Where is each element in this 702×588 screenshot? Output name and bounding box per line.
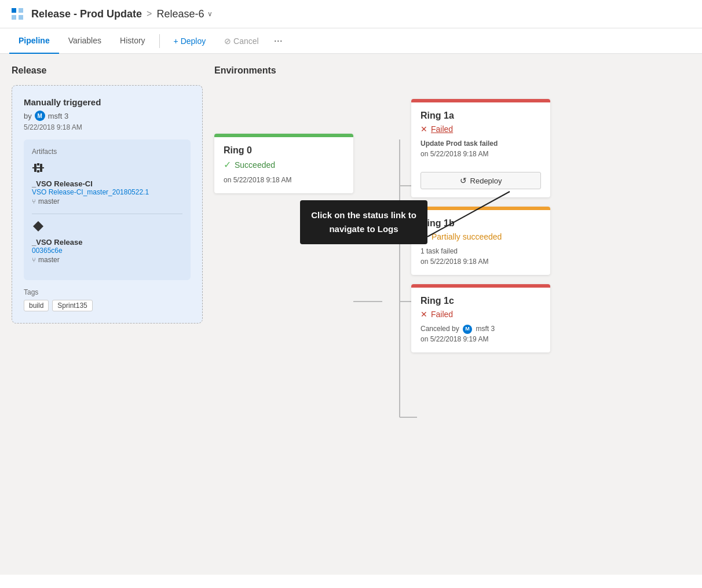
- redeploy-icon: ↺: [460, 176, 467, 185]
- svg-rect-3: [19, 15, 23, 20]
- redeploy-button[interactable]: ↺ Redeploy: [421, 172, 541, 189]
- environments-panel-title: Environments: [214, 65, 690, 76]
- release-card: Manually triggered by M msft 3 5/22/2018…: [12, 85, 203, 324]
- ring0-success-icon: ✓: [224, 159, 231, 170]
- svg-rect-6: [40, 164, 42, 167]
- release-panel-title: Release: [12, 65, 203, 76]
- env-ring1c: Ring 1c ✕ Failed Canceled by M msft 3 on…: [411, 284, 550, 352]
- artifact-item-vso-release: _VSO Release 00365c6e ⑂ master: [32, 220, 182, 264]
- artifacts-section: Artifacts _VSO Rel: [24, 139, 191, 280]
- ring1a-body: Ring 1a ✕ Failed Update Prod task failed…: [411, 102, 550, 167]
- env-ring1a: Ring 1a ✕ Failed Update Prod task failed…: [411, 99, 550, 197]
- ring1a-detail: Update Prod task failed on 5/22/2018 9:1…: [421, 138, 541, 159]
- ring1c-user-avatar: M: [463, 325, 472, 334]
- ring0-detail: on 5/22/2018 9:18 AM: [224, 175, 344, 185]
- connector-line: [353, 301, 382, 302]
- svg-rect-8: [40, 168, 42, 172]
- env-flow: Ring 0 ✓ Succeeded on 5/22/2018 9:18 AM: [214, 99, 690, 469]
- svg-marker-11: [33, 221, 43, 231]
- tags-section: Tags build Sprint135: [24, 288, 191, 311]
- user-avatar: M: [35, 111, 45, 121]
- connector-h1: [353, 134, 417, 469]
- artifact-release-version[interactable]: 00365c6e: [32, 247, 182, 255]
- svg-rect-1: [19, 8, 23, 13]
- ring1a-status-link[interactable]: Failed: [431, 124, 453, 134]
- ring1c-fail-icon: ✕: [421, 310, 427, 319]
- artifact-ci-icon: [32, 161, 182, 177]
- main-content: Release Manually triggered by M msft 3 5…: [0, 54, 702, 575]
- artifact-divider: [32, 214, 182, 214]
- release-timestamp: 5/22/2018 9:18 AM: [24, 123, 191, 131]
- ring1a-status: ✕ Failed: [421, 124, 541, 134]
- ring1c-detail: Canceled by M msft 3 on 5/22/2018 9:19 A…: [421, 324, 541, 344]
- artifacts-label: Artifacts: [32, 148, 182, 156]
- right-env-stack: Ring 1a ✕ Failed Update Prod task failed…: [411, 99, 550, 352]
- ring1b-status: ⚠ Partially succeeded: [421, 232, 541, 241]
- artifact-ci-version[interactable]: VSO Release-CI_master_20180522.1: [32, 188, 182, 196]
- more-options-button[interactable]: ···: [268, 31, 288, 50]
- release-panel: Release Manually triggered by M msft 3 5…: [12, 65, 203, 563]
- svg-rect-4: [32, 167, 44, 168]
- artifact-release-name: _VSO Release: [32, 238, 182, 247]
- ring1c-name: Ring 1c: [421, 296, 541, 306]
- ring0-status: ✓ Succeeded: [224, 159, 344, 170]
- by-line: by M msft 3: [24, 111, 191, 121]
- ring1c-status: ✕ Failed: [421, 310, 541, 319]
- deploy-button[interactable]: + Deploy: [167, 33, 213, 49]
- tag-sprint: Sprint135: [52, 300, 92, 311]
- tags-row: build Sprint135: [24, 300, 191, 311]
- branch-icon: ⑂: [32, 198, 36, 205]
- tags-label: Tags: [24, 288, 191, 296]
- ring1a-name: Ring 1a: [421, 111, 541, 121]
- svg-rect-7: [34, 168, 36, 172]
- ring0-name: Ring 0: [224, 145, 344, 156]
- tab-history[interactable]: History: [111, 28, 155, 54]
- env-ring0: Ring 0 ✓ Succeeded on 5/22/2018 9:18 AM: [214, 134, 353, 193]
- ring1b-name: Ring 1b: [421, 218, 541, 229]
- svg-rect-10: [37, 170, 39, 172]
- svg-rect-0: [12, 8, 16, 13]
- ring1b-body: Ring 1b ⚠ Partially succeeded 1 task fai…: [411, 210, 550, 275]
- env-ring1b: Ring 1b ⚠ Partially succeeded 1 task fai…: [411, 207, 550, 275]
- ring1b-detail: 1 task failed on 5/22/2018 9:18 AM: [421, 246, 541, 267]
- tab-bar: Pipeline Variables History + Deploy ⊘ Ca…: [0, 28, 702, 54]
- tag-build: build: [24, 300, 49, 311]
- branch-icon-2: ⑂: [32, 256, 36, 263]
- ring0-body: Ring 0 ✓ Succeeded on 5/22/2018 9:18 AM: [214, 137, 353, 193]
- ring1a-fail-icon: ✕: [421, 124, 427, 134]
- release-dropdown-arrow[interactable]: ∨: [207, 10, 213, 18]
- tab-variables[interactable]: Variables: [59, 28, 111, 54]
- artifact-release-icon: [32, 220, 182, 236]
- breadcrumb-separator: >: [147, 9, 152, 19]
- page-title: Release - Prod Update: [31, 8, 142, 20]
- tooltip-box: Click on the status link to navigate to …: [300, 200, 427, 244]
- release-name[interactable]: Release-6: [156, 8, 204, 20]
- tab-pipeline[interactable]: Pipeline: [9, 28, 59, 54]
- environments-panel: Environments Click on the status link to…: [214, 65, 690, 563]
- artifact-release-branch: ⑂ master: [32, 256, 182, 264]
- ring1c-body: Ring 1c ✕ Failed Canceled by M msft 3 on…: [411, 288, 550, 352]
- cancel-button[interactable]: ⊘ Cancel: [217, 33, 265, 49]
- tab-divider: [159, 34, 160, 48]
- artifact-ci-name: _VSO Release-CI: [32, 179, 182, 188]
- artifact-item-vso-ci: _VSO Release-CI VSO Release-CI_master_20…: [32, 161, 182, 205]
- header: Release - Prod Update > Release-6 ∨: [0, 0, 702, 28]
- svg-rect-5: [34, 164, 36, 167]
- trigger-text: Manually triggered: [24, 97, 191, 107]
- svg-rect-9: [37, 163, 39, 166]
- release-icon: [9, 6, 25, 22]
- artifact-ci-branch: ⑂ master: [32, 197, 182, 205]
- svg-rect-2: [12, 15, 16, 20]
